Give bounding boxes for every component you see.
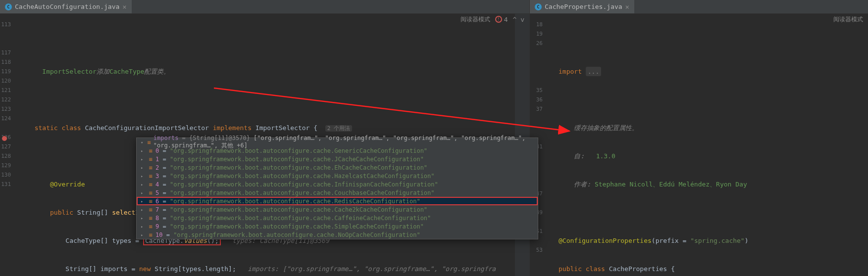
chevron-down-icon[interactable]: ▾	[141, 140, 145, 145]
close-icon[interactable]: ×	[625, 3, 629, 11]
debug-array-item-9[interactable]: ▸≡9 = "org.springframework.boot.autoconf…	[137, 222, 538, 230]
chevron-right-icon[interactable]: ▸	[141, 182, 146, 187]
chevron-right-icon[interactable]: ▸	[141, 165, 146, 170]
editor-body-right: 1819263536374147495153 import ... 缓存抽象的配…	[530, 14, 868, 276]
debug-array-item-6[interactable]: ▸≡6 = "org.springframework.boot.autoconf…	[137, 197, 538, 205]
debug-array-item-2[interactable]: ▸≡2 = "org.springframework.boot.autoconf…	[137, 163, 538, 172]
debug-array-item-10[interactable]: ▸≡10 = "org.springframework.boot.autocon…	[137, 230, 538, 239]
field-icon: ≡	[148, 189, 153, 196]
status-strip-left: 阅读器模式 ! 4 ^ v	[460, 14, 529, 25]
field-icon: ≡	[148, 173, 153, 180]
debug-array-item-4[interactable]: ▸≡4 = "org.springframework.boot.autoconf…	[137, 180, 538, 188]
tab-cache-auto-configuration[interactable]: C CacheAutoConfiguration.java ×	[0, 0, 132, 13]
field-icon: ≡	[148, 156, 153, 163]
debug-array-item-1[interactable]: ▸≡1 = "org.springframework.boot.autoconf…	[137, 155, 538, 163]
chevron-right-icon[interactable]: ▸	[141, 224, 146, 229]
array-icon: ≡	[147, 139, 152, 146]
java-class-icon: C	[5, 3, 12, 10]
editor-pane-left: C CacheAutoConfiguration.java × 阅读器模式 ! …	[0, 0, 530, 276]
tab-label: CacheAutoConfiguration.java	[15, 3, 119, 10]
editor-pane-right: C CacheProperties.java × 阅读器模式 181926353…	[530, 0, 868, 276]
reader-mode-badge[interactable]: 阅读器模式	[460, 15, 490, 24]
field-icon: ≡	[148, 215, 153, 222]
chevron-right-icon[interactable]: ▸	[141, 199, 146, 204]
problems-indicator[interactable]: ! 4	[495, 16, 508, 23]
field-icon: ≡	[148, 206, 153, 213]
field-icon: ≡	[148, 223, 153, 230]
fold-indicator[interactable]: ...	[586, 67, 601, 76]
debug-array-item-3[interactable]: ▸≡3 = "org.springframework.boot.autoconf…	[137, 172, 538, 180]
tab-cache-properties[interactable]: C CacheProperties.java ×	[530, 0, 634, 13]
close-icon[interactable]: ×	[122, 3, 126, 11]
debug-variable-popup[interactable]: ▾ ≡ imports = {String[11]@3570} ["org.sp…	[136, 138, 538, 239]
chevron-right-icon[interactable]: ▸	[141, 174, 146, 179]
tab-bar-left: C CacheAutoConfiguration.java ×	[0, 0, 529, 14]
debug-array-item-8[interactable]: ▸≡8 = "org.springframework.boot.autoconf…	[137, 214, 538, 222]
chevron-right-icon[interactable]: ▸	[141, 148, 146, 153]
debug-array-item-7[interactable]: ▸≡7 = "org.springframework.boot.autoconf…	[137, 205, 538, 214]
chevron-right-icon[interactable]: ▸	[141, 157, 146, 162]
nav-arrows[interactable]: ^ v	[513, 16, 524, 23]
chevron-right-icon[interactable]: ▸	[141, 232, 146, 237]
chevron-right-icon[interactable]: ▸	[141, 216, 146, 221]
chevron-right-icon[interactable]: ▸	[141, 207, 146, 212]
code-area-right[interactable]: import ... 缓存抽象的配置属性。 自: 1.3.0 作者: Steph…	[554, 14, 868, 276]
chevron-right-icon[interactable]: ▸	[141, 190, 146, 195]
gutter-left[interactable]: 1131171181191201211221231241261271281291…	[0, 14, 22, 276]
reader-mode-badge[interactable]: 阅读器模式	[833, 15, 863, 24]
tab-label: CacheProperties.java	[545, 3, 622, 10]
field-icon: ≡	[148, 164, 153, 171]
breakpoint-icon[interactable]	[2, 136, 7, 141]
debug-array-item-5[interactable]: ▸≡5 = "org.springframework.boot.autoconf…	[137, 188, 538, 197]
debug-header-row[interactable]: ▾ ≡ imports = {String[11]@3570} ["org.sp…	[137, 138, 538, 146]
java-class-icon: C	[535, 3, 542, 10]
error-icon: !	[495, 16, 502, 23]
field-icon: ≡	[148, 231, 153, 238]
field-icon: ≡	[148, 147, 153, 154]
problems-count: 4	[504, 16, 508, 23]
status-strip-right: 阅读器模式	[833, 14, 868, 25]
field-icon: ≡	[148, 198, 153, 205]
tab-bar-right: C CacheProperties.java ×	[530, 0, 868, 14]
field-icon: ≡	[148, 181, 153, 188]
